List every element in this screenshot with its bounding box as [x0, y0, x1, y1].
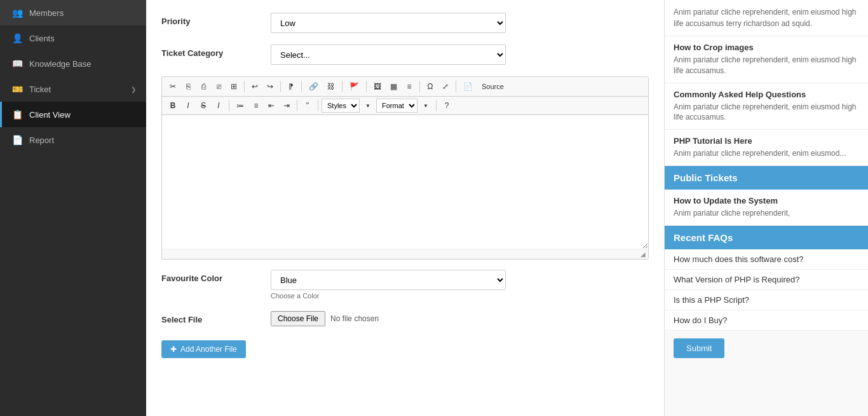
bold-btn[interactable]: B — [166, 99, 180, 113]
clients-icon: 👤 — [12, 33, 23, 43]
main-content: Priority Low Medium High Critical Ticket… — [146, 0, 868, 416]
article-desc-1: Anim pariatur cliche reprehenderit, enim… — [674, 102, 859, 123]
undo-btn[interactable]: ↩ — [248, 80, 262, 94]
sidebar-item-label: Clients — [29, 34, 55, 43]
help-btn[interactable]: ? — [440, 99, 454, 113]
template-btn[interactable]: 📄 — [459, 80, 477, 94]
justify-btn[interactable]: ≡ — [402, 80, 416, 94]
file-input-wrapper: Choose File No file chosen — [271, 311, 649, 326]
ordered-list-btn[interactable]: ≔ — [233, 99, 248, 113]
priority-select[interactable]: Low Medium High Critical — [271, 13, 506, 33]
faq-item-1[interactable]: What Version of PHP is Required? — [665, 270, 868, 290]
sep6 — [419, 81, 420, 92]
unordered-list-btn[interactable]: ≡ — [249, 99, 263, 113]
special-char-btn[interactable]: Ω — [423, 80, 437, 94]
client-view-icon: 📋 — [12, 109, 23, 120]
flag-btn[interactable]: 🚩 — [346, 80, 363, 94]
add-file-label: Add Another File — [180, 345, 237, 354]
ticket-category-select[interactable]: Select... — [271, 45, 506, 65]
report-icon: 📄 — [12, 135, 23, 145]
faq-item-0[interactable]: How much does this software cost? — [665, 249, 868, 270]
source-btn[interactable]: Source — [478, 80, 508, 94]
center-panel: Priority Low Medium High Critical Ticket… — [146, 0, 665, 416]
sidebar-item-label: Report — [29, 135, 54, 145]
public-ticket-item-0[interactable]: How to Update the System Anim pariatur c… — [665, 190, 868, 226]
indent-btn[interactable]: ⇥ — [280, 99, 294, 113]
editor-toolbar-row1: ✂ ⎘ ⎙ ⎚ ⊞ ↩ ↪ ⁋ 🔗 ⛓ 🚩 🖼 ▦ ≡ Ω — [162, 77, 648, 97]
sidebar-item-label: Client View — [29, 110, 71, 120]
sep1 — [244, 81, 245, 92]
plus-icon: ✚ — [170, 345, 177, 354]
ticket-category-label: Ticket Category — [161, 45, 263, 58]
paste-btn[interactable]: ⎙ — [196, 80, 210, 94]
format-arrow-btn[interactable]: ▼ — [419, 99, 433, 113]
unlink-btn[interactable]: ⛓ — [323, 80, 339, 94]
article-item-1[interactable]: Commonly Asked Help Questions Anim paria… — [665, 83, 868, 130]
sidebar-item-ticket[interactable]: 🎫 Ticket ❯ — [0, 76, 146, 102]
editor-toolbar-row2: B I S I ≔ ≡ ⇤ ⇥ " Styles ▼ Format ▼ — [162, 97, 648, 115]
editor-wrapper: ✂ ⎘ ⎙ ⎚ ⊞ ↩ ↪ ⁋ 🔗 ⛓ 🚩 🖼 ▦ ≡ Ω — [161, 76, 649, 260]
clear-format-btn[interactable]: I — [212, 99, 226, 113]
editor-resize-handle[interactable]: ◢ — [162, 249, 648, 259]
sep7 — [456, 81, 456, 92]
knowledge-base-icon: 📖 — [12, 59, 23, 69]
sep4 — [342, 81, 342, 92]
public-ticket-title-0: How to Update the System — [674, 196, 859, 205]
sidebar: 👥 Members 👤 Clients 📖 Knowledge Base 🎫 T… — [0, 0, 146, 416]
sidebar-item-client-view[interactable]: 📋 Client View — [0, 102, 146, 127]
sidebar-item-members[interactable]: 👥 Members — [0, 0, 146, 25]
find-btn[interactable]: ⁋ — [284, 80, 298, 94]
strikethrough-btn[interactable]: S — [196, 99, 210, 113]
add-file-wrapper: ✚ Add Another File — [161, 338, 649, 358]
copy-btn[interactable]: ⎘ — [181, 80, 195, 94]
recent-faqs-header: Recent FAQs — [665, 226, 868, 249]
ticket-icon: 🎫 — [12, 84, 23, 94]
cut-btn[interactable]: ✂ — [166, 80, 180, 94]
faq-item-3[interactable]: How do I Buy? — [665, 310, 868, 331]
editor-body[interactable] — [162, 115, 648, 249]
right-panel: Anim pariatur cliche reprehenderit, enim… — [665, 0, 868, 416]
faq-item-2[interactable]: Is this a PHP Script? — [665, 290, 868, 310]
members-icon: 👥 — [12, 8, 23, 18]
submit-area: Submit — [665, 331, 868, 366]
chevron-right-icon: ❯ — [131, 86, 136, 93]
favourite-color-label: Favourite Color — [161, 270, 263, 283]
articles-list: How to Crop images Anim pariatur cliche … — [665, 36, 868, 166]
article-title-0: How to Crop images — [674, 43, 859, 52]
priority-label: Priority — [161, 13, 263, 26]
sidebar-item-clients[interactable]: 👤 Clients — [0, 25, 146, 51]
fullscreen-btn[interactable]: ⤢ — [438, 80, 452, 94]
italic-btn[interactable]: I — [181, 99, 195, 113]
sidebar-item-label: Members — [29, 8, 64, 18]
sep5 — [366, 81, 367, 92]
sep9 — [297, 100, 297, 111]
article-item-0[interactable]: How to Crop images Anim pariatur cliche … — [665, 36, 868, 83]
styles-arrow-btn[interactable]: ▼ — [361, 99, 375, 113]
top-desc-text: Anim pariatur cliche reprehenderit, enim… — [674, 6, 859, 29]
sidebar-item-knowledge-base[interactable]: 📖 Knowledge Base — [0, 51, 146, 76]
table-btn[interactable]: ▦ — [386, 80, 401, 94]
redo-btn[interactable]: ↪ — [263, 80, 277, 94]
add-another-file-button[interactable]: ✚ Add Another File — [161, 340, 246, 358]
article-desc-0: Anim pariatur cliche reprehenderit, enim… — [674, 55, 859, 76]
image-btn[interactable]: 🖼 — [370, 80, 385, 94]
styles-select[interactable]: Styles — [322, 99, 360, 113]
format-select[interactable]: Format — [376, 99, 417, 113]
article-desc-2: Anim pariatur cliche reprehenderit, enim… — [674, 148, 859, 159]
article-item-2[interactable]: PHP Tutorial Is Here Anim pariatur clich… — [665, 130, 868, 166]
sep2 — [280, 81, 281, 92]
blockquote-btn[interactable]: " — [301, 99, 315, 113]
ticket-category-control: Select... — [271, 45, 649, 65]
sidebar-item-report[interactable]: 📄 Report — [0, 127, 146, 153]
link-btn[interactable]: 🔗 — [305, 80, 322, 94]
favourite-color-row: Favourite Color Blue Red Green Yellow Bl… — [161, 270, 649, 300]
paste-text-btn[interactable]: ⎚ — [212, 80, 226, 94]
paste-word-btn[interactable]: ⊞ — [227, 80, 241, 94]
choose-file-button[interactable]: Choose File — [271, 311, 325, 326]
submit-button[interactable]: Submit — [674, 338, 724, 358]
colour-hint: Choose a Color — [271, 292, 649, 300]
outdent-btn[interactable]: ⇤ — [264, 99, 278, 113]
colour-select[interactable]: Blue Red Green Yellow Black — [271, 270, 506, 290]
select-file-row: Select File Choose File No file chosen — [161, 311, 649, 326]
article-title-2: PHP Tutorial Is Here — [674, 136, 859, 146]
